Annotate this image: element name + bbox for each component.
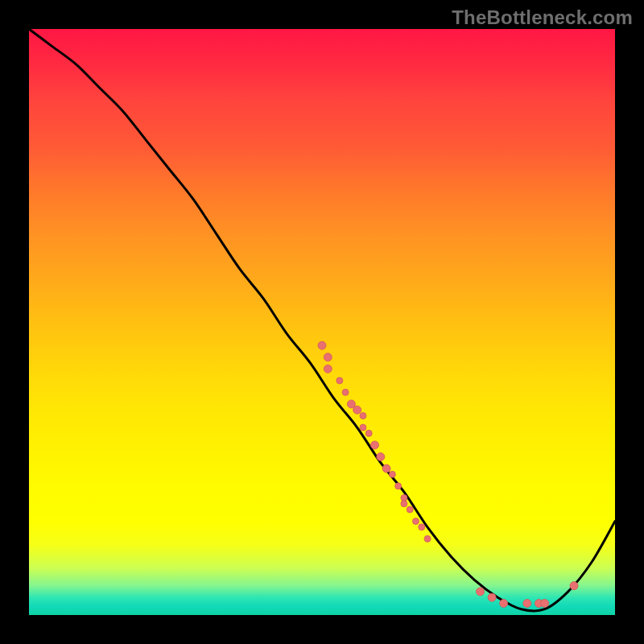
watermark-text: TheBottleneck.com	[452, 6, 633, 29]
gradient-background	[29, 29, 615, 615]
plot-area	[29, 29, 615, 615]
chart-stage: TheBottleneck.com	[0, 0, 644, 644]
